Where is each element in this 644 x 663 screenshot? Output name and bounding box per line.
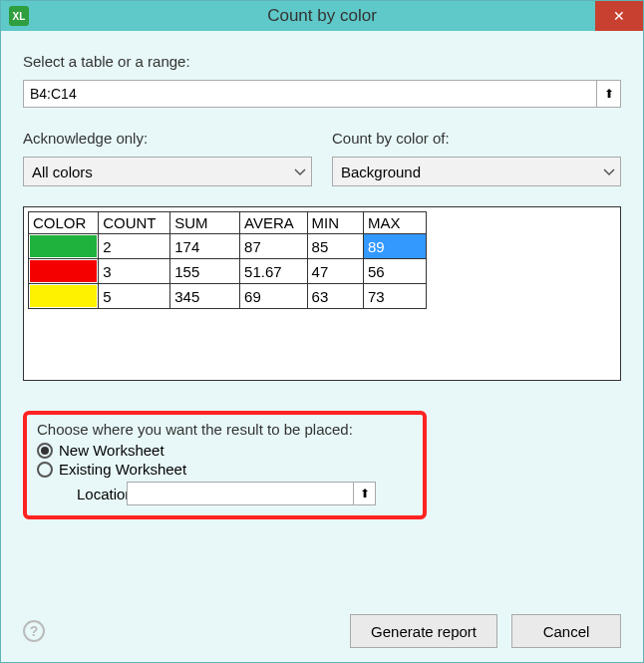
cell-sum[interactable]: 155 xyxy=(170,259,240,284)
collapse-icon: ⬆ xyxy=(604,88,614,100)
cell-count[interactable]: 2 xyxy=(99,234,170,259)
dialog-footer: ? Generate report Cancel xyxy=(23,614,621,648)
select-range-label: Select a table or a range: xyxy=(23,53,621,70)
radio-existing-worksheet[interactable] xyxy=(37,462,53,478)
placement-group: Choose where you want the result to be p… xyxy=(23,411,427,519)
cell-avg[interactable]: 87 xyxy=(240,234,308,259)
countby-label: Count by color of: xyxy=(332,130,621,147)
results-table-container: COLOR COUNT SUM AVERA MIN MAX 2174878589… xyxy=(23,206,621,381)
color-swatch xyxy=(30,260,97,282)
collapse-icon: ⬆ xyxy=(360,488,370,499)
cell-avg[interactable]: 51.67 xyxy=(240,259,308,284)
col-max[interactable]: MAX xyxy=(363,212,426,234)
cancel-button[interactable]: Cancel xyxy=(511,614,621,648)
location-input[interactable] xyxy=(127,482,354,505)
acknowledge-value: All colors xyxy=(32,164,93,180)
table-row[interactable]: 2174878589 xyxy=(29,234,427,259)
generate-report-button[interactable]: Generate report xyxy=(350,614,497,648)
cell-count[interactable]: 3 xyxy=(99,259,170,284)
col-count[interactable]: COUNT xyxy=(99,212,170,234)
cell-count[interactable]: 5 xyxy=(99,284,170,309)
location-label: Location xyxy=(37,486,127,502)
dialog-window: XL Count by color ✕ Select a table or a … xyxy=(0,0,644,663)
radio-existing-worksheet-row: Existing Worksheet xyxy=(37,461,413,478)
title-bar: XL Count by color ✕ xyxy=(1,1,643,31)
countby-value: Background xyxy=(341,164,421,180)
col-color[interactable]: COLOR xyxy=(29,212,99,234)
countby-select[interactable]: Background xyxy=(332,157,621,186)
help-icon: ? xyxy=(30,623,39,639)
table-row[interactable]: 5345696373 xyxy=(29,284,427,309)
col-sum[interactable]: SUM xyxy=(170,212,240,234)
table-row[interactable]: 315551.674756 xyxy=(29,259,427,284)
range-row: ⬆ xyxy=(23,80,621,108)
cell-min[interactable]: 85 xyxy=(307,234,363,259)
radio-new-worksheet-row: New Worksheet xyxy=(37,442,413,459)
cell-sum[interactable]: 174 xyxy=(170,234,240,259)
help-button[interactable]: ? xyxy=(23,620,45,642)
close-icon: ✕ xyxy=(613,8,625,24)
location-row: Location ⬆ xyxy=(37,482,413,505)
cell-max[interactable]: 89 xyxy=(363,234,426,259)
cell-max[interactable]: 56 xyxy=(363,259,426,284)
acknowledge-select[interactable]: All colors xyxy=(23,157,312,186)
cell-avg[interactable]: 69 xyxy=(240,284,308,309)
cell-sum[interactable]: 345 xyxy=(170,284,240,309)
range-picker-button[interactable]: ⬆ xyxy=(597,80,621,108)
color-swatch xyxy=(30,285,97,307)
table-header-row: COLOR COUNT SUM AVERA MIN MAX xyxy=(29,212,427,234)
color-swatch xyxy=(30,235,97,257)
radio-new-worksheet[interactable] xyxy=(37,443,53,459)
cell-min[interactable]: 47 xyxy=(307,259,363,284)
results-table[interactable]: COLOR COUNT SUM AVERA MIN MAX 2174878589… xyxy=(28,211,427,309)
col-min[interactable]: MIN xyxy=(307,212,363,234)
close-button[interactable]: ✕ xyxy=(595,1,643,31)
dialog-body: Select a table or a range: ⬆ Acknowledge… xyxy=(1,31,643,531)
options-row: Acknowledge only: All colors Count by co… xyxy=(23,130,621,186)
col-avg[interactable]: AVERA xyxy=(240,212,308,234)
radio-existing-label: Existing Worksheet xyxy=(59,461,186,478)
choose-label: Choose where you want the result to be p… xyxy=(37,421,413,438)
cell-min[interactable]: 63 xyxy=(307,284,363,309)
cell-max[interactable]: 73 xyxy=(363,284,426,309)
radio-new-label: New Worksheet xyxy=(59,442,164,459)
location-picker-button[interactable]: ⬆ xyxy=(354,482,376,505)
window-title: Count by color xyxy=(1,6,643,26)
range-input[interactable] xyxy=(23,80,597,108)
acknowledge-label: Acknowledge only: xyxy=(23,130,312,147)
app-icon: XL xyxy=(9,6,29,26)
